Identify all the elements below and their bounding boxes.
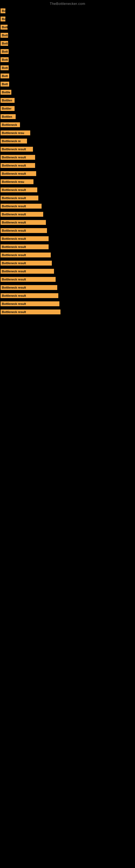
bar-row: Bottleneck result xyxy=(0,145,135,153)
bar-label: Bottleneck result xyxy=(1,244,49,249)
bar-label: Bott xyxy=(1,49,9,54)
bar-row: Bott xyxy=(0,48,135,56)
bar-label: Bottleneck xyxy=(1,122,20,127)
bar-label: Bo xyxy=(1,8,5,13)
bar-label: Bottleneck result xyxy=(1,269,54,274)
bar-row: Bottleneck result xyxy=(0,283,135,291)
bar-label: Bottleneck resu xyxy=(1,130,30,135)
bar-row: Bottleneck result xyxy=(0,259,135,267)
bar-label: Bottleneck result xyxy=(1,285,57,290)
bar-label: Bottleneck result xyxy=(1,163,35,168)
bar-label: Bottlen xyxy=(1,98,14,103)
bar-row: Bottleneck result xyxy=(0,169,135,178)
bar-row: Bo xyxy=(0,15,135,23)
bar-row: Bottleneck result xyxy=(0,267,135,275)
bar-label: Bottleneck result xyxy=(1,155,35,160)
bar-label: Bott xyxy=(1,25,8,30)
bar-row: Bott xyxy=(0,72,135,80)
bar-row: Bottle xyxy=(0,88,135,96)
bar-row: Bott xyxy=(0,39,135,48)
bar-row: Bott xyxy=(0,80,135,88)
bar-row: Bottleneck result xyxy=(0,202,135,210)
bar-row: Bottleneck result xyxy=(0,308,135,316)
bar-row: Bottleneck result xyxy=(0,251,135,259)
bar-label: Bottleneck result xyxy=(1,252,51,257)
bar-label: Bott xyxy=(1,41,8,46)
bar-row: Bottleneck resu xyxy=(0,178,135,186)
bar-row: Bottleneck result xyxy=(0,243,135,251)
bar-label: Bottleneck re xyxy=(1,138,27,144)
bar-label: Bottleneck resu xyxy=(1,179,34,184)
bar-label: Bottleneck result xyxy=(1,195,38,200)
bar-label: Bottleneck result xyxy=(1,236,49,241)
bar-label: Bottleneck result xyxy=(1,310,60,314)
bar-row: Bottleneck result xyxy=(0,153,135,161)
bar-label: Bottler xyxy=(1,106,14,111)
site-title: TheBottlenecker.com xyxy=(0,0,135,7)
bar-row: Bottler xyxy=(0,104,135,113)
bar-row: Bottleneck result xyxy=(0,235,135,243)
bar-row: Bottleneck result xyxy=(0,194,135,202)
bar-row: Bottlen xyxy=(0,96,135,104)
bar-label: Bottleneck result xyxy=(1,171,36,176)
bar-label: Bottleneck result xyxy=(1,301,59,306)
bar-row: Bottleneck result xyxy=(0,218,135,226)
bar-label: Bottleneck result xyxy=(1,228,47,233)
bar-row: Bottleneck result xyxy=(0,161,135,169)
bar-row: Bottleneck result xyxy=(0,186,135,194)
bar-label: Bott xyxy=(1,65,9,70)
bar-label: Bottleneck result xyxy=(1,220,46,225)
bar-row: Bottleneck re xyxy=(0,137,135,145)
bar-label: Bottleneck result xyxy=(1,187,37,192)
bar-row: Bottleneck result xyxy=(0,291,135,300)
bar-label: Bott xyxy=(1,57,9,62)
bar-label: Bottleneck result xyxy=(1,293,58,298)
bar-label: Bottleneck result xyxy=(1,261,52,266)
bar-label: Bottleneck result xyxy=(1,147,33,152)
bar-label: Bott xyxy=(1,82,9,87)
bar-row: Bo xyxy=(0,7,135,15)
bar-row: Bottleneck xyxy=(0,121,135,129)
bar-label: Bott xyxy=(1,73,9,79)
bar-row: Bott xyxy=(0,64,135,72)
bar-row: Bottlen xyxy=(0,113,135,121)
bar-label: Bottleneck result xyxy=(1,204,42,209)
bar-row: Bott xyxy=(0,56,135,64)
bar-row: Bottleneck result xyxy=(0,226,135,235)
bar-row: Bottleneck result xyxy=(0,210,135,218)
bar-label: Bottleneck result xyxy=(1,212,43,217)
bar-row: Bott xyxy=(0,23,135,31)
bar-label: Bo xyxy=(1,17,5,22)
bar-row: Bottleneck result xyxy=(0,275,135,283)
bar-row: Bottleneck resu xyxy=(0,129,135,137)
bar-row: Bottleneck result xyxy=(0,300,135,308)
bar-label: Bottlen xyxy=(1,114,16,119)
bar-label: Bottle xyxy=(1,90,11,95)
bar-label: Bottleneck result xyxy=(1,277,56,282)
bar-label: Bott xyxy=(1,33,8,38)
bar-row: Bott xyxy=(0,31,135,39)
